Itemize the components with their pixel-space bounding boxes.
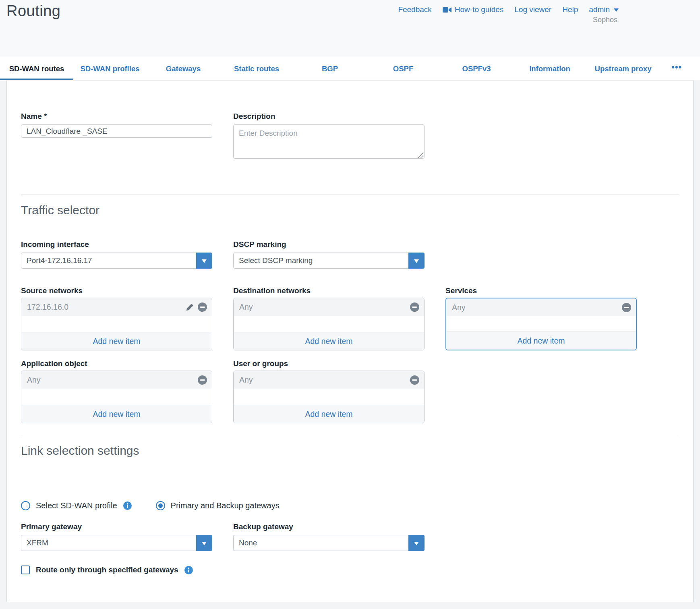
remove-icon[interactable] bbox=[198, 375, 207, 385]
remove-icon[interactable] bbox=[198, 302, 207, 312]
name-input[interactable] bbox=[21, 124, 212, 138]
list-item: Any bbox=[234, 371, 424, 389]
chevron-down-icon bbox=[614, 8, 619, 14]
backup-gateway-label: Backup gateway bbox=[233, 522, 425, 531]
radio-select-sdwan-profile[interactable] bbox=[21, 501, 30, 510]
add-new-item-button[interactable]: Add new item bbox=[446, 331, 636, 350]
list-item: Any bbox=[446, 298, 636, 316]
source-networks-group: Source networks 172.16.16.0 bbox=[21, 286, 212, 350]
description-field-group: Description bbox=[233, 112, 425, 160]
traffic-selector-heading: Traffic selector bbox=[21, 203, 679, 218]
info-icon[interactable] bbox=[184, 566, 193, 574]
tab-sdwan-routes[interactable]: SD-WAN routes bbox=[0, 57, 73, 80]
tab-ospf[interactable]: OSPF bbox=[367, 57, 440, 80]
edit-icon[interactable] bbox=[186, 303, 194, 311]
info-icon[interactable] bbox=[123, 501, 132, 510]
primary-gateway-label: Primary gateway bbox=[21, 522, 212, 531]
add-new-item-button[interactable]: Add new item bbox=[21, 332, 212, 350]
listbox-empty-area bbox=[446, 316, 636, 331]
description-label: Description bbox=[233, 112, 425, 121]
services-listbox: Any Add new item bbox=[445, 298, 637, 350]
add-new-item-button[interactable]: Add new item bbox=[234, 405, 424, 423]
brand-text: Sophos bbox=[593, 16, 617, 24]
destination-networks-label: Destination networks bbox=[233, 286, 425, 295]
chevron-down-icon bbox=[414, 542, 419, 548]
dropdown-button[interactable] bbox=[408, 535, 425, 551]
howto-guides-label: How-to guides bbox=[455, 5, 503, 14]
tab-ospfv3[interactable]: OSPFv3 bbox=[440, 57, 513, 80]
primary-gateway-select[interactable]: XFRM bbox=[21, 535, 212, 551]
dropdown-button[interactable] bbox=[196, 253, 212, 269]
application-object-listbox: Any Add new item bbox=[21, 371, 212, 423]
tab-bar: SD-WAN routes SD-WAN profiles Gateways S… bbox=[0, 57, 700, 80]
tab-sdwan-profiles[interactable]: SD-WAN profiles bbox=[73, 57, 147, 80]
video-camera-icon bbox=[443, 7, 451, 13]
howto-guides-link[interactable]: How-to guides bbox=[443, 5, 503, 14]
help-label: Help bbox=[562, 5, 578, 14]
remove-icon[interactable] bbox=[622, 303, 631, 312]
remove-icon[interactable] bbox=[410, 302, 419, 312]
radio-label-primary-backup: Primary and Backup gateways bbox=[171, 501, 280, 510]
help-link[interactable]: Help bbox=[562, 5, 578, 14]
backup-gateway-select[interactable]: None bbox=[233, 535, 425, 551]
list-item-value: Any bbox=[27, 375, 41, 385]
dropdown-button[interactable] bbox=[408, 253, 425, 269]
add-new-item-button[interactable]: Add new item bbox=[234, 332, 424, 350]
services-group: Services Any Add new item bbox=[445, 286, 637, 350]
application-object-group: Application object Any Add new item bbox=[21, 359, 212, 423]
name-label: Name * bbox=[21, 112, 212, 121]
admin-menu[interactable]: admin bbox=[589, 5, 619, 14]
radio-label-sdwan-profile: Select SD-WAN profile bbox=[36, 501, 117, 510]
incoming-interface-select[interactable]: Port4-172.16.16.17 bbox=[21, 253, 212, 269]
radio-primary-backup-gateways[interactable] bbox=[156, 501, 165, 510]
source-networks-listbox: 172.16.16.0 bbox=[21, 298, 212, 350]
feedback-link[interactable]: Feedback bbox=[398, 5, 431, 14]
link-selection-heading: Link selection settings bbox=[21, 443, 679, 458]
services-label: Services bbox=[445, 286, 637, 295]
primary-gateway-group: Primary gateway XFRM bbox=[21, 522, 212, 551]
list-item-value: Any bbox=[452, 303, 466, 312]
route-only-row: Route only through specified gateways bbox=[21, 566, 679, 574]
primary-gateway-value: XFRM bbox=[27, 539, 48, 547]
name-label-text: Name bbox=[21, 112, 42, 120]
destination-networks-listbox: Any Add new item bbox=[233, 298, 425, 350]
incoming-interface-label: Incoming interface bbox=[21, 240, 212, 249]
list-item: Any bbox=[234, 298, 424, 316]
user-or-groups-group: User or groups Any Add new item bbox=[233, 359, 425, 423]
user-or-groups-label: User or groups bbox=[233, 359, 425, 368]
backup-gateway-group: Backup gateway None bbox=[233, 522, 425, 551]
route-only-checkbox[interactable] bbox=[21, 566, 30, 574]
tab-static-routes[interactable]: Static routes bbox=[220, 57, 293, 80]
listbox-empty-area bbox=[234, 316, 424, 332]
top-bar: Routing Feedback How-to guides Log viewe… bbox=[0, 0, 700, 57]
user-or-groups-listbox: Any Add new item bbox=[233, 371, 425, 423]
dscp-marking-select[interactable]: Select DSCP marking bbox=[233, 253, 425, 269]
list-item-value: 172.16.16.0 bbox=[27, 302, 68, 312]
page-title: Routing bbox=[6, 2, 60, 20]
tab-bgp[interactable]: BGP bbox=[293, 57, 367, 80]
admin-menu-label: admin bbox=[589, 5, 610, 14]
chevron-down-icon bbox=[414, 259, 419, 265]
feedback-link-label: Feedback bbox=[398, 5, 431, 14]
dscp-marking-value: Select DSCP marking bbox=[239, 256, 313, 265]
listbox-empty-area bbox=[234, 389, 424, 405]
section-divider bbox=[21, 438, 679, 438]
application-object-label: Application object bbox=[21, 359, 212, 368]
list-item: 172.16.16.0 bbox=[21, 298, 212, 316]
tab-upstream-proxy[interactable]: Upstream proxy bbox=[586, 57, 660, 80]
description-input[interactable] bbox=[233, 124, 425, 159]
log-viewer-label: Log viewer bbox=[514, 5, 551, 14]
more-tabs-button[interactable]: ••• bbox=[660, 57, 694, 80]
list-item: Any bbox=[21, 371, 212, 389]
chevron-down-icon bbox=[202, 259, 207, 265]
tab-gateways[interactable]: Gateways bbox=[147, 57, 220, 80]
section-divider bbox=[21, 195, 679, 195]
listbox-empty-area bbox=[21, 389, 212, 405]
dropdown-button[interactable] bbox=[196, 535, 212, 551]
remove-icon[interactable] bbox=[410, 375, 419, 385]
log-viewer-link[interactable]: Log viewer bbox=[514, 5, 551, 14]
link-selection-options: Select SD-WAN profile Primary and Backup… bbox=[21, 501, 679, 510]
add-new-item-button[interactable]: Add new item bbox=[21, 405, 212, 423]
destination-networks-group: Destination networks Any Add new ite bbox=[233, 286, 425, 350]
tab-information[interactable]: Information bbox=[513, 57, 586, 80]
